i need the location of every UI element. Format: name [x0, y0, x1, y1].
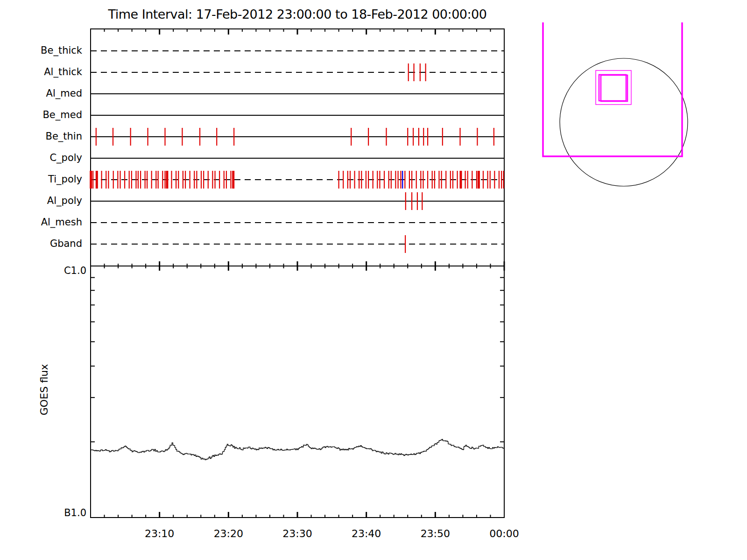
goes-flux-curve	[91, 440, 504, 460]
x-tick-label-2320: 23:20	[214, 528, 243, 539]
timeline-panel-border	[91, 29, 504, 266]
plots-canvas	[0, 0, 747, 560]
filter-label-Al_poly: Al_poly	[47, 195, 82, 206]
filter-label-Al_med: Al_med	[46, 88, 82, 99]
goes-panel-border	[91, 266, 504, 518]
x-tick-label-2330: 23:30	[282, 528, 312, 539]
filter-label-Al_mesh: Al_mesh	[41, 217, 82, 228]
filter-label-Be_thin: Be_thin	[45, 131, 82, 142]
ccd-bracket	[543, 22, 682, 156]
filter-label-column: Be_thickAl_thickAl_medBe_medBe_thinC_pol…	[0, 0, 86, 266]
x-tick-label-2340: 23:40	[352, 528, 381, 539]
filter-label-Ti_poly: Ti_poly	[48, 174, 82, 185]
plot-title: Time Interval: 17-Feb-2012 23:00:00 to 1…	[91, 7, 504, 21]
fov-inner-box-2	[601, 75, 627, 101]
goes-flux-panel	[91, 266, 504, 518]
fov-inner-box-1	[599, 75, 626, 101]
goes-y-axis-title: GOES flux	[39, 364, 50, 415]
plot-window: Time Interval: 17-Feb-2012 23:00:00 to 1…	[0, 0, 747, 560]
filter-label-C_poly: C_poly	[49, 152, 82, 163]
sun-limb-circle	[560, 58, 688, 186]
filter-label-Al_thick: Al_thick	[44, 66, 82, 77]
x-tick-label-0000: 00:00	[489, 528, 519, 539]
filter-label-Gband: Gband	[50, 238, 82, 249]
goes-y-top-label: C1.0	[64, 266, 86, 276]
filter-timeline-panel	[91, 29, 504, 271]
filter-label-Be_thick: Be_thick	[41, 45, 82, 56]
x-tick-label-2310: 23:10	[145, 528, 174, 539]
sun-fov-diagram	[543, 22, 688, 186]
goes-y-bottom-label: B1.0	[64, 508, 86, 518]
filter-label-Be_med: Be_med	[42, 109, 82, 120]
x-tick-label-2350: 23:50	[421, 528, 450, 539]
